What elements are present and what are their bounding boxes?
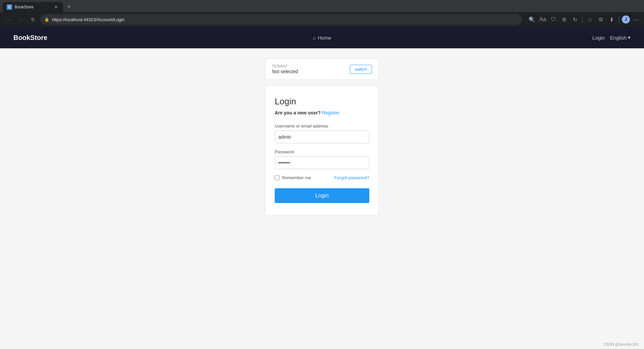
back-button[interactable]: ← — [4, 15, 13, 24]
register-link[interactable]: Register — [322, 110, 339, 115]
nav-center: ⌂ Home — [168, 35, 476, 41]
nav-right: Login English ▾ — [476, 35, 631, 41]
login-button[interactable]: Login — [275, 188, 369, 203]
password-label: Password — [275, 149, 369, 154]
page-footer: CSDN @Jennifer33K — [0, 340, 644, 349]
remember-left: Remember me — [275, 175, 311, 180]
new-user-text: Are you a new user? — [275, 110, 321, 115]
username-label: Username or email address — [275, 123, 369, 129]
settings-icon[interactable]: ⚙ — [559, 15, 569, 24]
remember-me-checkbox[interactable] — [275, 176, 279, 180]
new-tab-button[interactable]: + — [64, 2, 74, 11]
language-label: English — [610, 35, 627, 41]
downloads-icon[interactable]: ⬇ — [607, 15, 616, 24]
more-options-button[interactable]: ⋯ — [631, 16, 640, 23]
nav-login-link[interactable]: Login — [592, 35, 605, 41]
lock-icon: 🔒 — [44, 17, 49, 22]
tenant-info: TENANT Not selected — [272, 64, 298, 74]
tab-bar: B BookStore ✕ + — [0, 0, 644, 12]
login-card: Login Are you a new user? Register Usern… — [265, 85, 379, 215]
dropdown-icon: ▾ — [628, 35, 631, 41]
address-bar[interactable]: 🔒 https://localhost:44323/Account/Login — [40, 14, 522, 25]
username-input[interactable] — [275, 131, 369, 143]
switch-tenant-button[interactable]: switch — [350, 65, 372, 74]
home-link[interactable]: ⌂ Home — [313, 35, 331, 41]
remember-row: Remember me Forgot password? — [275, 175, 369, 180]
refresh-icon[interactable]: ↻ — [570, 15, 580, 24]
home-icon: ⌂ — [313, 35, 316, 41]
toolbar-icons: 🔍 Aa 🛡 ⚙ ↻ ☆ ⧉ ⬇ J ⋯ — [527, 15, 640, 24]
tab-title: BookStore — [15, 5, 50, 9]
toolbar-divider-2 — [619, 16, 619, 23]
language-selector[interactable]: English ▾ — [610, 35, 631, 41]
browser-security-icon[interactable]: 🛡 — [549, 15, 558, 24]
favorites-icon[interactable]: ☆ — [585, 15, 595, 24]
toolbar-divider — [582, 16, 583, 23]
active-tab[interactable]: B BookStore ✕ — [3, 2, 63, 12]
forgot-password-link[interactable]: Forgot password? — [334, 175, 369, 180]
browser-chrome: B BookStore ✕ + ← → ↻ 🔒 https://localhos… — [0, 0, 644, 27]
address-text: https://localhost:44323/Account/Login — [52, 17, 518, 22]
read-aloud-icon[interactable]: Aa — [538, 15, 547, 24]
register-text: Are you a new user? Register — [275, 110, 369, 115]
profile-avatar[interactable]: J — [622, 15, 630, 23]
page-wrapper: BookStore ⌂ Home Login English ▾ TENANT … — [0, 27, 644, 349]
forward-button[interactable]: → — [16, 15, 25, 24]
main-content: TENANT Not selected switch Login Are you… — [0, 48, 644, 340]
home-label: Home — [318, 35, 331, 41]
tab-favicon: B — [7, 4, 12, 10]
nav-bar: ← → ↻ 🔒 https://localhost:44323/Account/… — [0, 12, 644, 27]
password-group: Password — [275, 149, 369, 169]
top-nav: BookStore ⌂ Home Login English ▾ — [0, 27, 644, 48]
tenant-value: Not selected — [272, 69, 298, 74]
login-title: Login — [275, 96, 369, 107]
username-group: Username or email address — [275, 123, 369, 143]
tab-close-button[interactable]: ✕ — [53, 4, 59, 10]
reload-button[interactable]: ↻ — [28, 15, 38, 24]
brand-name: BookStore — [13, 34, 168, 42]
password-input[interactable] — [275, 156, 369, 169]
extensions-icon[interactable]: ⧉ — [596, 15, 605, 24]
footer-watermark: CSDN @Jennifer33K — [604, 342, 639, 346]
remember-me-label[interactable]: Remember me — [282, 175, 311, 180]
tenant-card: TENANT Not selected switch — [265, 58, 379, 80]
search-icon[interactable]: 🔍 — [527, 15, 537, 24]
tenant-label: TENANT — [272, 64, 298, 68]
